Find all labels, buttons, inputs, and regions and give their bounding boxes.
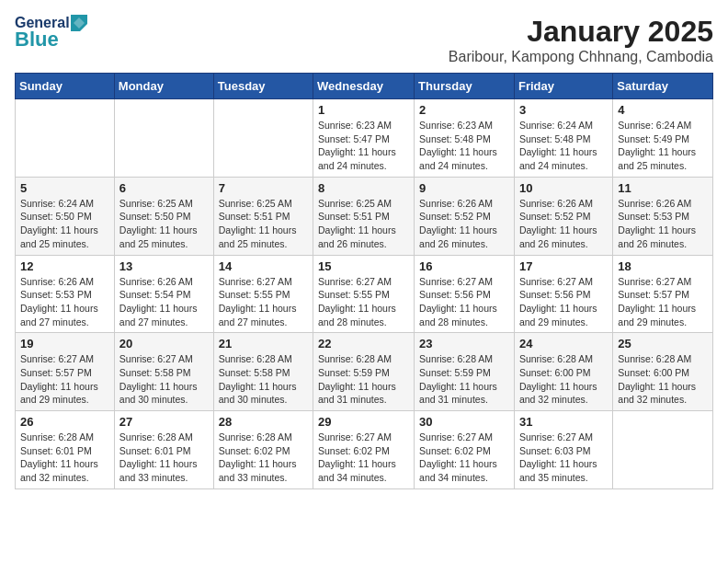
day-info: Sunrise: 6:28 AM Sunset: 6:01 PM Dayligh… <box>20 431 109 485</box>
day-info: Sunrise: 6:27 AM Sunset: 5:56 PM Dayligh… <box>419 275 509 329</box>
calendar-cell: 16Sunrise: 6:27 AM Sunset: 5:56 PM Dayli… <box>415 255 515 333</box>
day-info: Sunrise: 6:26 AM Sunset: 5:52 PM Dayligh… <box>419 197 509 251</box>
day-number: 1 <box>318 103 409 117</box>
day-info: Sunrise: 6:23 AM Sunset: 5:48 PM Dayligh… <box>419 119 509 173</box>
calendar-cell <box>114 99 213 178</box>
calendar-cell: 10Sunrise: 6:26 AM Sunset: 5:52 PM Dayli… <box>514 177 612 255</box>
calendar-cell: 3Sunrise: 6:24 AM Sunset: 5:48 PM Daylig… <box>514 99 612 178</box>
day-info: Sunrise: 6:28 AM Sunset: 6:00 PM Dayligh… <box>618 352 708 407</box>
calendar-cell: 5Sunrise: 6:24 AM Sunset: 5:50 PM Daylig… <box>16 177 115 255</box>
day-number: 3 <box>519 103 608 117</box>
logo: General Blue <box>15 15 88 52</box>
day-number: 14 <box>219 259 308 273</box>
day-info: Sunrise: 6:23 AM Sunset: 5:47 PM Dayligh… <box>318 119 409 173</box>
day-info: Sunrise: 6:27 AM Sunset: 6:02 PM Dayligh… <box>419 431 509 485</box>
calendar-cell: 25Sunrise: 6:28 AM Sunset: 6:00 PM Dayli… <box>613 333 713 411</box>
calendar-cell: 19Sunrise: 6:27 AM Sunset: 5:57 PM Dayli… <box>16 333 115 411</box>
calendar-cell: 8Sunrise: 6:25 AM Sunset: 5:51 PM Daylig… <box>313 177 415 255</box>
day-info: Sunrise: 6:27 AM Sunset: 5:58 PM Dayligh… <box>119 352 209 407</box>
weekday-header-wednesday: Wednesday <box>313 74 415 99</box>
calendar-cell: 18Sunrise: 6:27 AM Sunset: 5:57 PM Dayli… <box>613 255 713 333</box>
day-number: 13 <box>119 259 209 273</box>
calendar-cell: 30Sunrise: 6:27 AM Sunset: 6:02 PM Dayli… <box>415 411 515 489</box>
week-row-3: 12Sunrise: 6:26 AM Sunset: 5:53 PM Dayli… <box>16 255 713 333</box>
day-number: 18 <box>618 259 708 273</box>
day-number: 16 <box>419 259 509 273</box>
weekday-header-monday: Monday <box>114 74 213 99</box>
calendar-cell: 24Sunrise: 6:28 AM Sunset: 6:00 PM Dayli… <box>514 333 612 411</box>
day-number: 23 <box>419 337 509 350</box>
weekday-header-sunday: Sunday <box>16 74 115 99</box>
day-number: 9 <box>419 181 509 195</box>
day-info: Sunrise: 6:26 AM Sunset: 5:54 PM Dayligh… <box>119 275 209 329</box>
day-number: 12 <box>20 259 109 273</box>
calendar-cell: 11Sunrise: 6:26 AM Sunset: 5:53 PM Dayli… <box>613 177 713 255</box>
day-info: Sunrise: 6:27 AM Sunset: 5:55 PM Dayligh… <box>318 275 409 329</box>
calendar-cell: 12Sunrise: 6:26 AM Sunset: 5:53 PM Dayli… <box>16 255 115 333</box>
day-info: Sunrise: 6:25 AM Sunset: 5:51 PM Dayligh… <box>219 197 308 251</box>
day-number: 29 <box>318 415 409 429</box>
day-info: Sunrise: 6:27 AM Sunset: 5:56 PM Dayligh… <box>519 275 608 329</box>
day-info: Sunrise: 6:26 AM Sunset: 5:52 PM Dayligh… <box>519 197 608 251</box>
page-header: General Blue January 2025 Baribour, Kamp… <box>15 15 713 65</box>
day-number: 17 <box>519 259 608 273</box>
day-number: 24 <box>519 337 608 350</box>
day-info: Sunrise: 6:26 AM Sunset: 5:53 PM Dayligh… <box>618 197 708 251</box>
calendar-cell: 20Sunrise: 6:27 AM Sunset: 5:58 PM Dayli… <box>114 333 213 411</box>
weekday-header-friday: Friday <box>514 74 612 99</box>
day-number: 7 <box>219 181 308 195</box>
day-number: 20 <box>119 337 209 350</box>
day-info: Sunrise: 6:25 AM Sunset: 5:51 PM Dayligh… <box>318 197 409 251</box>
calendar-cell <box>16 99 115 178</box>
day-number: 26 <box>20 415 109 429</box>
calendar-cell: 23Sunrise: 6:28 AM Sunset: 5:59 PM Dayli… <box>415 333 515 411</box>
day-number: 10 <box>519 181 608 195</box>
logo-blue: Blue <box>15 28 59 52</box>
calendar-cell <box>213 99 313 178</box>
day-info: Sunrise: 6:27 AM Sunset: 5:57 PM Dayligh… <box>20 352 109 407</box>
calendar-cell: 2Sunrise: 6:23 AM Sunset: 5:48 PM Daylig… <box>415 99 515 178</box>
day-number: 6 <box>119 181 209 195</box>
weekday-header-row: SundayMondayTuesdayWednesdayThursdayFrid… <box>16 74 713 99</box>
calendar-cell: 31Sunrise: 6:27 AM Sunset: 6:03 PM Dayli… <box>514 411 612 489</box>
calendar-table: SundayMondayTuesdayWednesdayThursdayFrid… <box>15 73 713 489</box>
day-number: 4 <box>618 103 708 117</box>
day-info: Sunrise: 6:28 AM Sunset: 5:59 PM Dayligh… <box>419 352 509 407</box>
day-number: 31 <box>519 415 608 429</box>
day-number: 28 <box>219 415 308 429</box>
calendar-cell: 26Sunrise: 6:28 AM Sunset: 6:01 PM Dayli… <box>16 411 115 489</box>
day-info: Sunrise: 6:25 AM Sunset: 5:50 PM Dayligh… <box>119 197 209 251</box>
day-info: Sunrise: 6:28 AM Sunset: 6:01 PM Dayligh… <box>119 431 209 485</box>
day-number: 2 <box>419 103 509 117</box>
day-number: 30 <box>419 415 509 429</box>
day-number: 19 <box>20 337 109 350</box>
day-number: 25 <box>618 337 708 350</box>
week-row-1: 1Sunrise: 6:23 AM Sunset: 5:47 PM Daylig… <box>16 99 713 178</box>
calendar-cell: 1Sunrise: 6:23 AM Sunset: 5:47 PM Daylig… <box>313 99 415 178</box>
weekday-header-thursday: Thursday <box>415 74 515 99</box>
day-info: Sunrise: 6:24 AM Sunset: 5:50 PM Dayligh… <box>20 197 109 251</box>
day-number: 5 <box>20 181 109 195</box>
week-row-2: 5Sunrise: 6:24 AM Sunset: 5:50 PM Daylig… <box>16 177 713 255</box>
day-info: Sunrise: 6:28 AM Sunset: 5:58 PM Dayligh… <box>219 352 308 407</box>
day-info: Sunrise: 6:27 AM Sunset: 6:02 PM Dayligh… <box>318 431 409 485</box>
calendar-cell: 27Sunrise: 6:28 AM Sunset: 6:01 PM Dayli… <box>114 411 213 489</box>
calendar-cell: 22Sunrise: 6:28 AM Sunset: 5:59 PM Dayli… <box>313 333 415 411</box>
day-info: Sunrise: 6:28 AM Sunset: 5:59 PM Dayligh… <box>318 352 409 407</box>
day-number: 22 <box>318 337 409 350</box>
calendar-cell: 29Sunrise: 6:27 AM Sunset: 6:02 PM Dayli… <box>313 411 415 489</box>
day-number: 27 <box>119 415 209 429</box>
logo-icon <box>71 15 87 31</box>
weekday-header-saturday: Saturday <box>613 74 713 99</box>
week-row-4: 19Sunrise: 6:27 AM Sunset: 5:57 PM Dayli… <box>16 333 713 411</box>
day-number: 8 <box>318 181 409 195</box>
title-block: January 2025 Baribour, Kampong Chhnang, … <box>449 15 713 65</box>
main-title: January 2025 <box>449 15 713 49</box>
calendar-cell: 4Sunrise: 6:24 AM Sunset: 5:49 PM Daylig… <box>613 99 713 178</box>
calendar-cell <box>613 411 713 489</box>
day-number: 15 <box>318 259 409 273</box>
day-info: Sunrise: 6:28 AM Sunset: 6:02 PM Dayligh… <box>219 431 308 485</box>
day-info: Sunrise: 6:24 AM Sunset: 5:49 PM Dayligh… <box>618 119 708 173</box>
day-info: Sunrise: 6:26 AM Sunset: 5:53 PM Dayligh… <box>20 275 109 329</box>
week-row-5: 26Sunrise: 6:28 AM Sunset: 6:01 PM Dayli… <box>16 411 713 489</box>
